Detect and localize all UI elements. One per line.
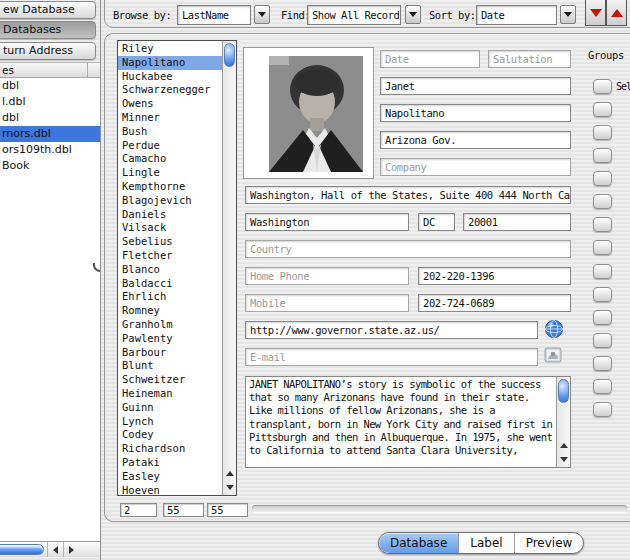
scroll-down-button[interactable] — [223, 481, 236, 494]
record-list-item[interactable]: Camacho — [118, 152, 222, 166]
file-item[interactable]: dbl — [0, 78, 100, 94]
record-list-item[interactable]: Richardson — [118, 442, 222, 456]
group-checkbox[interactable] — [593, 125, 612, 140]
sort-ascending-button[interactable] — [606, 0, 627, 26]
record-list-item[interactable]: Bush — [118, 125, 222, 139]
record-list-item[interactable]: Daniels — [118, 208, 222, 222]
group-checkbox[interactable] — [593, 102, 612, 117]
country-field[interactable]: Country — [245, 240, 571, 258]
record-list-item[interactable]: Kempthorne — [118, 180, 222, 194]
file-item[interactable]: Book — [0, 158, 100, 174]
browse-by-dropdown-button[interactable] — [254, 5, 270, 24]
record-list-item[interactable]: Heineman — [118, 387, 222, 401]
city-field[interactable]: Washington — [245, 213, 409, 231]
home-phone-label-field[interactable]: Home Phone — [245, 267, 409, 285]
group-checkbox[interactable] — [593, 402, 612, 417]
scroll-right-button[interactable] — [63, 542, 79, 557]
sidebar-horizontal-scrollbar[interactable] — [0, 541, 100, 557]
state-field[interactable]: DC — [418, 213, 455, 231]
record-list-item[interactable]: Perdue — [118, 139, 222, 153]
notes-scrollbar[interactable] — [556, 377, 570, 467]
record-list-item[interactable]: Lynch — [118, 415, 222, 429]
group-checkbox[interactable] — [593, 356, 612, 371]
email-app-button[interactable] — [544, 346, 564, 366]
group-checkbox[interactable] — [593, 217, 612, 232]
group-checkbox[interactable] — [593, 171, 612, 186]
file-item[interactable]: l.dbl — [0, 94, 100, 110]
record-list-item[interactable]: Blanco — [118, 263, 222, 277]
group-checkbox[interactable] — [593, 194, 612, 209]
databases-button[interactable]: Databases — [0, 21, 96, 39]
tab-preview[interactable]: Preview — [514, 533, 584, 553]
file-item[interactable]: dbl — [0, 110, 100, 126]
record-list-item[interactable]: Vilsack — [118, 221, 222, 235]
new-database-button[interactable]: ew Database — [0, 1, 96, 19]
browse-by-field[interactable]: LastName — [177, 5, 251, 25]
tab-label[interactable]: Label — [458, 533, 513, 553]
company-field[interactable]: Company — [380, 158, 571, 176]
record-list-item[interactable]: Codey — [118, 428, 222, 442]
website-field[interactable]: http://www.governor.state.az.us/ — [245, 321, 538, 339]
open-website-button[interactable] — [544, 319, 564, 339]
zip-field[interactable]: 20001 — [463, 213, 571, 231]
find-field[interactable]: Show All Records — [307, 5, 401, 25]
find-dropdown-button[interactable] — [405, 5, 421, 24]
group-checkbox[interactable] — [593, 264, 612, 279]
form-horizontal-scroll-track[interactable] — [252, 505, 627, 512]
record-list-item[interactable]: Pawlenty — [118, 332, 222, 346]
record-list-item[interactable]: Granholm — [118, 318, 222, 332]
file-item[interactable]: rnors.dbl — [0, 126, 100, 142]
group-checkbox[interactable] — [593, 379, 612, 394]
email-field[interactable]: E-mail — [245, 348, 538, 366]
record-list-item[interactable]: Ehrlich — [118, 290, 222, 304]
record-list-item[interactable]: Sebelius — [118, 235, 222, 249]
record-list-item[interactable]: Riley — [118, 42, 222, 56]
date-field[interactable]: Date — [380, 50, 480, 68]
group-checkbox[interactable] — [593, 333, 612, 348]
record-list-scrollbar[interactable] — [222, 41, 236, 495]
sort-dropdown-button[interactable] — [560, 5, 576, 24]
record-list-item[interactable]: Baldacci — [118, 277, 222, 291]
record-list-item[interactable]: Lingle — [118, 166, 222, 180]
record-list-item[interactable]: Owens — [118, 97, 222, 111]
record-list-item[interactable]: Romney — [118, 304, 222, 318]
scrollbar-thumb[interactable] — [224, 43, 235, 67]
first-name-field[interactable]: Janet — [380, 77, 571, 95]
scroll-up-button[interactable] — [223, 467, 236, 480]
record-list-item[interactable]: Huckabee — [118, 70, 222, 84]
photo-frame[interactable] — [243, 47, 374, 179]
current-record-field[interactable]: 2 — [120, 503, 157, 517]
group-checkbox[interactable] — [593, 287, 612, 302]
record-list-item[interactable]: Napolitano — [118, 56, 222, 70]
return-address-button[interactable]: turn Address — [0, 42, 96, 60]
record-list-item[interactable]: Blunt — [118, 359, 222, 373]
record-list-item[interactable]: Schwarzenegger — [118, 83, 222, 97]
scroll-down-button[interactable] — [557, 453, 570, 466]
scrollbar-thumb[interactable] — [558, 379, 569, 403]
scroll-up-button[interactable] — [557, 439, 570, 452]
last-name-field[interactable]: Napolitano — [380, 104, 571, 122]
sort-descending-button[interactable] — [585, 0, 606, 26]
group-checkbox[interactable] — [593, 310, 612, 325]
record-list-item[interactable]: Fletcher — [118, 249, 222, 263]
file-list-header[interactable]: es — [0, 62, 100, 78]
address-field[interactable]: Washington, Hall of the States, Suite 40… — [245, 186, 571, 204]
record-list-item[interactable]: Pataki — [118, 456, 222, 470]
group-checkbox[interactable] — [593, 79, 612, 94]
group-checkbox[interactable] — [593, 148, 612, 163]
mobile-field[interactable]: 202-724-0689 — [418, 294, 571, 312]
record-list-item[interactable]: Minner — [118, 111, 222, 125]
notes-field[interactable]: JANET NAPOLITANO’s story is symbolic of … — [249, 378, 553, 466]
tab-database[interactable]: Database — [379, 533, 458, 553]
home-phone-field[interactable]: 202-220-1396 — [418, 267, 571, 285]
mobile-label-field[interactable]: Mobile — [245, 294, 409, 312]
title-field[interactable]: Arizona Gov. — [380, 131, 571, 149]
record-list-item[interactable]: Guinn — [118, 401, 222, 415]
record-list-item[interactable]: Schweitzer — [118, 373, 222, 387]
record-list-item[interactable]: Blagojevich — [118, 194, 222, 208]
record-list-item[interactable]: Hoeven — [118, 484, 222, 496]
salutation-field[interactable]: Salutation — [488, 50, 571, 68]
record-list-item[interactable]: Barbour — [118, 346, 222, 360]
sort-by-field[interactable]: Date — [476, 5, 557, 25]
total-records-field[interactable]: 55 — [207, 503, 248, 517]
